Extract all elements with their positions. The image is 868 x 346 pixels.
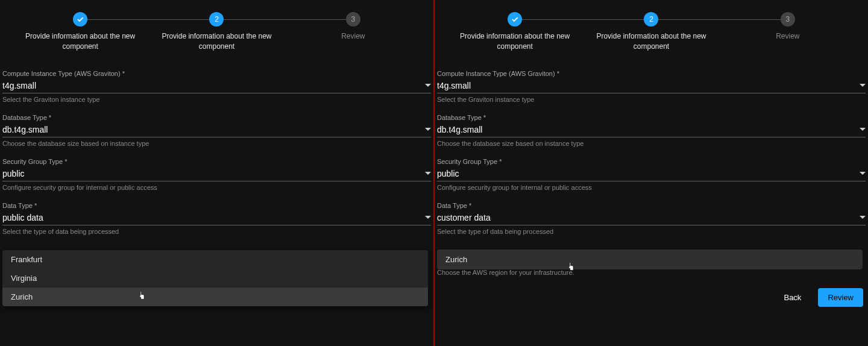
database-select[interactable]: db.t4g.small (2, 122, 431, 137)
step-3[interactable]: 3 Review (720, 12, 856, 42)
step-3-circle: 3 (346, 12, 360, 27)
compute-value: t4g.small (437, 81, 471, 90)
security-value: public (437, 169, 459, 178)
database-help: Choose the database size based on instan… (437, 140, 866, 147)
button-row: Back Review (437, 285, 866, 307)
step-3-label: Review (776, 31, 799, 42)
compute-label: Compute Instance Type (AWS Graviton) * (2, 70, 431, 77)
security-value: public (2, 169, 25, 178)
database-value: db.t4g.small (437, 125, 482, 134)
compute-help: Select the Graviton instance type (2, 96, 431, 103)
security-field: Security Group Type * public Configure s… (2, 158, 431, 191)
security-select[interactable]: public (2, 166, 431, 181)
compute-help: Select the Graviton instance type (437, 96, 866, 103)
compute-value: t4g.small (2, 81, 36, 90)
caret-down-icon (860, 172, 866, 175)
database-help: Choose the database size based on instan… (2, 140, 431, 147)
caret-down-icon (425, 84, 431, 87)
security-field: Security Group Type * public Configure s… (437, 158, 866, 191)
check-icon (76, 15, 84, 24)
step-1[interactable]: Provide information about the new compon… (447, 12, 583, 52)
region-option-zurich[interactable]: Zurich (437, 250, 863, 269)
datatype-value: public data (2, 213, 43, 222)
step-1-label: Provide information about the new compon… (20, 31, 140, 52)
form-left: Compute Instance Type (AWS Graviton) * t… (0, 58, 433, 235)
caret-down-icon (860, 84, 866, 87)
step-2[interactable]: 2 Provide information about the new comp… (148, 12, 285, 52)
caret-down-icon (860, 216, 866, 219)
caret-down-icon (425, 128, 431, 131)
step-2-circle: 2 (209, 12, 224, 27)
compute-select[interactable]: t4g.small (437, 78, 866, 93)
database-select[interactable]: db.t4g.small (437, 122, 866, 137)
left-pane: Provide information about the new compon… (0, 0, 433, 346)
step-2[interactable]: 2 Provide information about the new comp… (583, 12, 719, 52)
compute-field: Compute Instance Type (AWS Graviton) * t… (437, 70, 866, 103)
caret-down-icon (425, 216, 431, 219)
region-dropdown-popup: Frankfurt Virginia Zurich (2, 250, 428, 306)
step-3-label: Review (341, 31, 365, 42)
review-button[interactable]: Review (818, 288, 863, 307)
security-select[interactable]: public (437, 166, 866, 181)
step-1-label: Provide information about the new compon… (454, 31, 575, 52)
datatype-select[interactable]: public data (2, 210, 431, 225)
region-option-frankfurt[interactable]: Frankfurt (2, 250, 428, 269)
stepper: Provide information about the new compon… (435, 0, 868, 58)
check-icon (511, 15, 519, 24)
database-field: Database Type * db.t4g.small Choose the … (2, 114, 431, 147)
datatype-label: Data Type * (2, 202, 431, 209)
datatype-label: Data Type * (437, 202, 866, 209)
datatype-field: Data Type * customer data Select the typ… (437, 202, 866, 235)
region-option-virginia[interactable]: Virginia (2, 269, 428, 288)
caret-down-icon (860, 128, 866, 131)
database-field: Database Type * db.t4g.small Choose the … (437, 114, 866, 147)
region-help: Choose the AWS region for your infrastru… (437, 269, 866, 276)
step-2-label: Provide information about the new compon… (156, 31, 277, 52)
right-pane: Provide information about the new compon… (435, 0, 868, 346)
database-label: Database Type * (437, 114, 866, 121)
compute-select[interactable]: t4g.small (2, 78, 431, 93)
datatype-help: Select the type of data being processed (437, 228, 866, 235)
database-value: db.t4g.small (2, 125, 48, 134)
compute-label: Compute Instance Type (AWS Graviton) * (437, 70, 866, 77)
step-1-circle (508, 12, 522, 27)
step-2-label: Provide information about the new compon… (591, 31, 711, 52)
database-label: Database Type * (2, 114, 431, 121)
stepper: Provide information about the new compon… (0, 0, 433, 58)
region-option-zurich[interactable]: Zurich (2, 288, 428, 306)
region-selected-popup: Zurich (437, 250, 863, 269)
compute-field: Compute Instance Type (AWS Graviton) * t… (2, 70, 431, 103)
step-1-circle (73, 12, 87, 27)
datatype-select[interactable]: customer data (437, 210, 866, 225)
security-label: Security Group Type * (437, 158, 866, 165)
datatype-help: Select the type of data being processed (2, 228, 431, 235)
security-help: Configure security group for internal or… (2, 184, 431, 191)
datatype-field: Data Type * public data Select the type … (2, 202, 431, 235)
step-2-circle: 2 (644, 12, 658, 27)
back-button[interactable]: Back (774, 288, 811, 307)
security-label: Security Group Type * (2, 158, 431, 165)
step-3-circle: 3 (781, 12, 795, 27)
step-1[interactable]: Provide information about the new compon… (12, 12, 148, 52)
step-3[interactable]: 3 Review (285, 12, 421, 42)
datatype-value: customer data (437, 213, 491, 222)
security-help: Configure security group for internal or… (437, 184, 866, 191)
caret-down-icon (425, 172, 431, 175)
